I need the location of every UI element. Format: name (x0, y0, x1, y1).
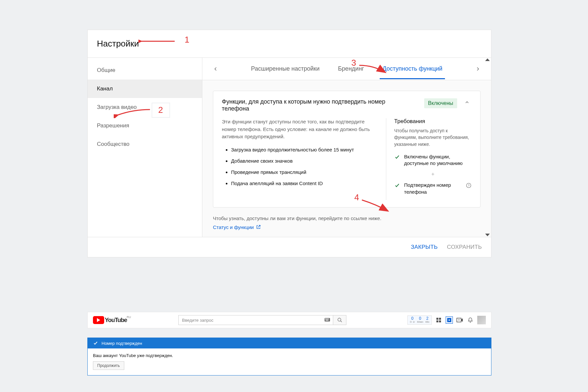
tabs-row: Расширенные настройки Брендинг Доступнос… (202, 58, 491, 80)
sidebar-item-label: Канал (97, 85, 113, 92)
external-link-icon (256, 224, 261, 230)
scroll-up-icon[interactable] (485, 58, 490, 61)
chevron-right-icon (475, 66, 481, 72)
tabs-prev-button[interactable] (210, 63, 221, 75)
feature-bullets: Загрузка видео продолжительностью более … (222, 147, 373, 187)
panel-description: Эти функции станут доступны после того, … (222, 118, 373, 141)
dialog-footer: ЗАКРЫТЬ СОХРАНИТЬ (88, 237, 491, 257)
grid-icon[interactable] (446, 316, 453, 324)
requirement-text: Подтвержден номер телефона (404, 182, 462, 195)
svg-line-10 (340, 321, 342, 322)
tab-branding[interactable]: Брендинг (337, 59, 366, 79)
content-area: Расширенные настройки Брендинг Доступнос… (202, 58, 491, 237)
search-input[interactable]: Введите запрос (178, 315, 333, 325)
feature-bullet: Загрузка видео продолжительностью более … (231, 147, 373, 153)
svg-text:?: ? (468, 184, 469, 187)
annotation-number-4: 4 (354, 192, 359, 203)
annotation-number-2: 2 (158, 105, 163, 115)
check-icon (394, 154, 400, 161)
close-button[interactable]: ЗАКРЫТЬ (411, 244, 438, 250)
svg-rect-8 (326, 320, 329, 320)
confirmation-banner: Номер подтвержден (88, 338, 491, 348)
confirmation-card: Номер подтвержден Ваш аккаунт YouTube уж… (87, 338, 491, 376)
plus-divider: + (394, 171, 472, 177)
svg-rect-11 (436, 318, 438, 320)
svg-rect-7 (328, 318, 329, 319)
svg-rect-13 (436, 320, 438, 322)
youtube-logo[interactable]: YouTube RU (93, 316, 127, 324)
svg-text:+: + (458, 318, 460, 322)
sidebar-item-label: Разрешения (97, 122, 129, 129)
confirmation-body-text: Ваш аккаунт YouTube уже подтвержден. (93, 353, 486, 358)
panel-collapse-button[interactable] (462, 98, 472, 108)
svg-point-9 (338, 318, 341, 321)
dialog-title: Настройки (88, 30, 491, 58)
settings-dialog: Настройки Общие Канал Загрузка видео Раз… (87, 30, 491, 257)
requirement-item: Включены функции, доступные по умолчанию (394, 153, 472, 167)
footnote-text: Чтобы узнать, доступны ли вам эти функци… (213, 215, 481, 221)
chevron-up-icon (464, 100, 470, 105)
continue-button[interactable]: Продолжить (93, 361, 124, 370)
sidebar-item-label: Загрузка видео (97, 104, 137, 110)
chevron-left-icon (213, 66, 219, 72)
requirement-text: Включены функции, доступные по умолчанию (404, 153, 472, 167)
svg-rect-12 (439, 318, 441, 320)
feature-panel: Функции, для доступа к которым нужно под… (213, 91, 481, 208)
tabs-next-button[interactable] (472, 63, 484, 75)
avatar[interactable] (477, 316, 486, 324)
sidebar-item-general[interactable]: Общие (88, 61, 202, 80)
sidebar-item-permissions[interactable]: Разрешения (88, 116, 202, 135)
svg-rect-14 (439, 320, 441, 322)
upload-icon[interactable]: + (456, 316, 463, 324)
sidebar-item-channel[interactable]: Канал (88, 80, 202, 98)
youtube-region-label: RU (127, 315, 131, 319)
check-icon (93, 341, 98, 346)
requirement-item: Подтвержден номер телефона ? (394, 182, 472, 195)
status-chip-enabled: Включены (424, 98, 457, 108)
feature-bullet: Подача апелляций на заявки Content ID (231, 180, 373, 187)
search-icon (337, 317, 342, 323)
tab-advanced-settings[interactable]: Расширенные настройки (250, 59, 321, 79)
tab-feature-eligibility[interactable]: Доступность функций (381, 59, 444, 79)
sidebar-item-label: Сообщество (97, 141, 130, 147)
search-placeholder: Введите запрос (182, 318, 213, 323)
feature-bullet: Проведение прямых трансляций (231, 169, 373, 176)
feature-bullet: Добавление своих значков (231, 158, 373, 164)
svg-rect-4 (325, 318, 326, 319)
timer-lab: ⊙ 1г (410, 321, 415, 324)
svg-rect-6 (327, 318, 328, 319)
panel-title: Функции, для доступа к которым нужно под… (222, 98, 419, 112)
notifications-icon[interactable] (467, 316, 474, 324)
youtube-play-icon (93, 316, 104, 324)
settings-sidebar: Общие Канал Загрузка видео Разрешения Со… (88, 58, 202, 237)
link-text: Статус и функции (213, 224, 254, 230)
timer-widget[interactable]: 0⊙ 1г 060мн 248с (407, 315, 432, 325)
requirements-title: Требования (394, 118, 472, 125)
requirements-description: Чтобы получить доступ к функциям, выполн… (394, 127, 472, 147)
sidebar-item-community[interactable]: Сообщество (88, 135, 202, 153)
apps-icon[interactable] (435, 316, 442, 324)
help-icon[interactable]: ? (466, 182, 472, 190)
svg-rect-5 (326, 318, 327, 319)
confirmation-banner-title: Номер подтвержден (102, 341, 142, 346)
sidebar-item-upload[interactable]: Загрузка видео (88, 98, 202, 116)
timer-lab: 60мн (417, 321, 423, 324)
timer-lab: 48с (425, 321, 429, 324)
sidebar-item-label: Общие (97, 67, 115, 73)
annotation-number-3: 3 (351, 58, 356, 68)
annotation-number-1: 1 (185, 35, 189, 45)
save-button[interactable]: СОХРАНИТЬ (447, 244, 482, 250)
keyboard-icon[interactable] (324, 317, 330, 323)
status-features-link[interactable]: Статус и функции (213, 224, 261, 230)
youtube-header: YouTube RU Введите запрос 0⊙ 1г 060мн 24… (87, 312, 491, 328)
search-button[interactable] (333, 315, 346, 325)
scroll-down-icon[interactable] (485, 234, 490, 236)
youtube-wordmark: YouTube (105, 317, 127, 324)
check-icon (394, 182, 400, 190)
